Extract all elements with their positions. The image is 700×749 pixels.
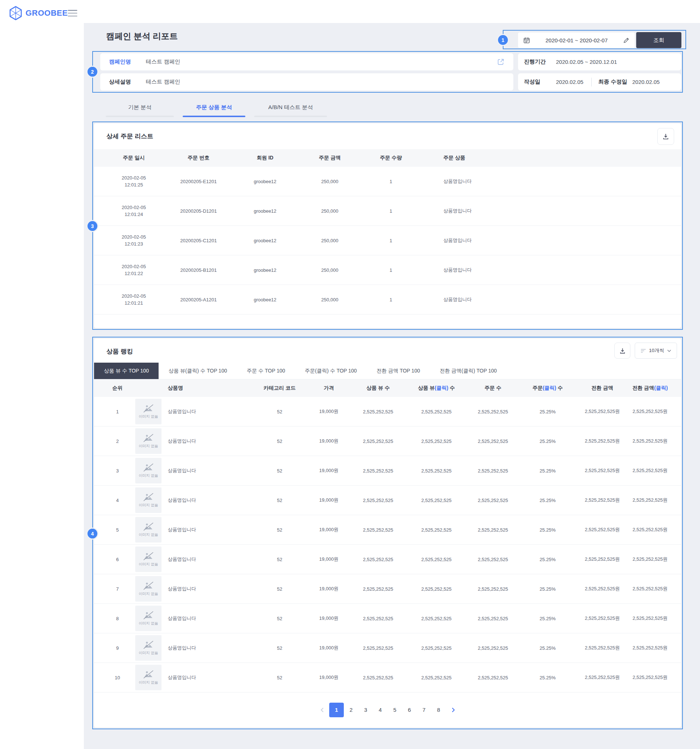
ranking-tab-1[interactable]: 상품 뷰(클릭) 수 TOP 100 [159, 363, 237, 379]
no-image-icon [143, 522, 154, 531]
download-button[interactable] [657, 128, 674, 145]
ranking-col-header: 순위 [103, 385, 132, 391]
cell-product-name: 상품명입니다 [165, 556, 252, 563]
page-size-dropdown[interactable]: 10개씩 [635, 342, 677, 359]
ranking-tab-4[interactable]: 전환 금액 TOP 100 [367, 363, 430, 379]
cell-views: 2,525,252,525 [351, 616, 406, 621]
cell-price: 19,000원 [307, 438, 351, 444]
created-value: 2020.02.05 [556, 79, 583, 85]
created-label: 작성일 [524, 78, 556, 86]
ranking-download-button[interactable] [614, 342, 630, 359]
date-range-picker[interactable]: 2020-02-01 ~ 2020-02-07 [518, 32, 635, 48]
no-image-icon [143, 492, 154, 501]
header-click-text: (클릭) [435, 385, 448, 391]
cell-view-clicks: 2,525,252,525 [406, 586, 467, 592]
tab-analysis-0[interactable]: 기본 분석 [106, 104, 174, 117]
order-col-header: 주문 금액 [298, 155, 361, 161]
no-image-caption: 이미지 없음 [139, 532, 158, 537]
ranking-tab-3[interactable]: 주문(클릭) 수 TOP 100 [295, 363, 367, 379]
order-date: 2020-02-05 [103, 293, 165, 300]
page-button-8[interactable]: 8 [431, 703, 446, 717]
external-link-icon[interactable] [497, 58, 505, 66]
menu-toggle-button[interactable] [68, 10, 77, 17]
cell-view-clicks: 2,525,252,525 [406, 557, 467, 562]
ranking-tab-2[interactable]: 주문 수 TOP 100 [237, 363, 295, 379]
order-col-header: 주문 번호 [165, 155, 232, 161]
cell-orders: 2,525,252,525 [467, 557, 519, 562]
no-image-caption: 이미지 없음 [139, 562, 158, 567]
page-button-4[interactable]: 4 [373, 703, 387, 717]
tab-analysis-1[interactable]: 주문 상품 분석 [183, 104, 246, 117]
cell-category: 52 [252, 645, 307, 651]
annotation-badge-2: 2 [87, 67, 98, 76]
cell-rank: 6 [103, 557, 132, 562]
page-button-3[interactable]: 3 [358, 703, 373, 717]
cell-views: 2,525,252,525 [351, 468, 406, 474]
download-icon [619, 347, 626, 354]
ranking-row: 9이미지 없음상품명입니다5219,000원2,525,252,5252,525… [94, 633, 681, 663]
cell-conversion-clicks: 2,525,252,525원 [628, 467, 672, 474]
cell-conversion-clicks: 2,525,252,525원 [628, 645, 672, 651]
page-size-value: 10개씩 [649, 347, 664, 354]
chevron-left-icon [320, 708, 324, 712]
no-image-caption: 이미지 없음 [139, 444, 158, 449]
cell-thumbnail: 이미지 없음 [132, 635, 165, 661]
cell-amount: 250,000 [298, 268, 361, 273]
ranking-row: 3이미지 없음상품명입니다5219,000원2,525,252,5252,525… [94, 456, 681, 486]
cell-views: 2,525,252,525 [351, 557, 406, 562]
cell-product-name: 상품명입니다 [165, 497, 252, 503]
ranking-tab-0[interactable]: 상품 뷰 수 TOP 100 [94, 363, 159, 379]
cell-product-name: 상품명입니다 [165, 526, 252, 533]
cell-product-name: 상품명입니다 [165, 585, 252, 592]
cell-member-id: groobee12 [232, 208, 298, 214]
page-button-5[interactable]: 5 [387, 703, 402, 717]
campaign-name-label: 캠페인명 [109, 58, 146, 65]
prev-page-button[interactable] [315, 703, 329, 717]
cell-member-id: groobee12 [232, 179, 298, 184]
product-ranking-panel: 상품 랭킹 10개씩 상품 뷰 수 TOP 100상품 뷰(클릭) 수 TOP … [94, 338, 682, 728]
ranking-tab-5[interactable]: 전환 금액(클릭) TOP 100 [430, 363, 507, 379]
order-datetime: 2020-02-0512:01:22 [103, 263, 165, 277]
cell-order-no: 20200205-D1201 [165, 208, 232, 214]
page-button-6[interactable]: 6 [402, 703, 417, 717]
search-button[interactable]: 조회 [636, 32, 682, 48]
ranking-table-body: 1이미지 없음상품명입니다5219,000원2,525,252,5252,525… [94, 397, 681, 692]
ranking-row: 10이미지 없음상품명입니다5219,000원2,525,252,5252,52… [94, 663, 681, 692]
cell-conversion: 2,525,252,525원 [577, 645, 628, 651]
tab-analysis-2[interactable]: A/B/N 테스트 분석 [254, 104, 327, 117]
next-page-button[interactable] [446, 703, 461, 717]
cell-views: 2,525,252,525 [351, 527, 406, 533]
product-thumbnail: 이미지 없음 [135, 665, 162, 690]
cell-view-clicks: 2,525,252,525 [406, 409, 467, 414]
ranking-col-header: 상품 뷰(클릭) 수 [406, 385, 467, 391]
edit-pencil-icon[interactable] [623, 37, 630, 43]
page-button-1[interactable]: 1 [329, 703, 344, 717]
order-list-panel: 상세 주문 리스트 주문 일시주문 번호회원 ID주문 금액주문 수량주문 상품… [94, 123, 682, 329]
cell-qty: 1 [361, 208, 420, 214]
page-button-2[interactable]: 2 [344, 703, 358, 717]
campaign-period-field: 진행기간 2020.02.05 ~ 2020.12.01 [518, 53, 681, 70]
cell-order-no: 20200205-A1201 [165, 297, 232, 303]
header-click-text: (클릭) [543, 385, 556, 391]
ranking-row: 7이미지 없음상품명입니다5219,000원2,525,252,5252,525… [94, 574, 681, 604]
cell-member-id: groobee12 [232, 268, 298, 273]
no-image-icon [143, 404, 154, 413]
no-image-icon [143, 640, 154, 650]
campaign-desc-value: 테스트 캠페인 [146, 78, 180, 86]
cell-category: 52 [252, 498, 307, 503]
tab-label: 기본 분석 [128, 104, 151, 111]
cell-conversion: 2,525,252,525원 [577, 526, 628, 533]
cell-rank: 10 [103, 675, 132, 680]
cell-orders: 2,525,252,525 [467, 498, 519, 503]
cell-views: 2,525,252,525 [351, 675, 406, 680]
brand-logo[interactable]: GROOBEE [9, 6, 68, 20]
page-button-7[interactable]: 7 [417, 703, 431, 717]
ranking-col-header: 상품명 [165, 385, 252, 391]
ranking-col-header: 가격 [307, 385, 351, 391]
order-date: 2020-02-05 [103, 204, 165, 211]
cell-category: 52 [252, 468, 307, 474]
cell-amount: 250,000 [298, 238, 361, 243]
cell-conversion: 2,525,252,525원 [577, 556, 628, 563]
ranking-col-header: 전환 금액(클릭) [628, 385, 672, 391]
cell-view-clicks: 2,525,252,525 [406, 527, 467, 533]
